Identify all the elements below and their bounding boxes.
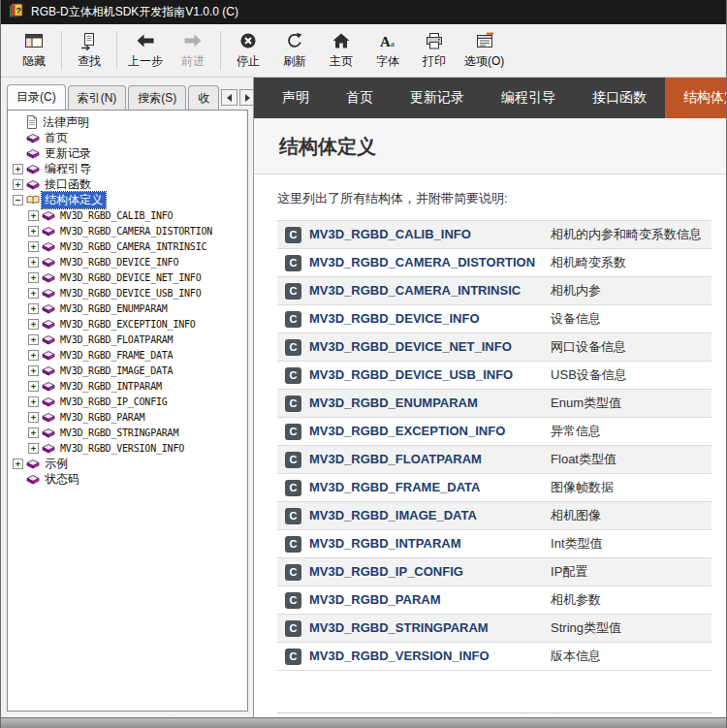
tree-item-label[interactable]: 更新记录 — [42, 145, 94, 162]
tree-item[interactable]: +MV3D_RGBD_CAMERA_INTRINSIC — [10, 238, 247, 254]
tree-item[interactable]: +MV3D_RGBD_STRINGPARAM — [10, 425, 247, 440]
expand-icon[interactable]: + — [28, 288, 39, 299]
tree-item-label[interactable]: MV3D_RGBD_IMAGE_DATA — [57, 365, 175, 376]
tree-item-label[interactable]: MV3D_RGBD_IP_CONFIG — [57, 396, 171, 407]
struct-link[interactable]: MV3D_RGBD_ENUMPARAM — [309, 396, 478, 411]
tree-item-label[interactable]: MV3D_RGBD_CALIB_INFO — [57, 210, 175, 221]
expand-icon[interactable]: + — [28, 226, 39, 237]
struct-link[interactable]: MV3D_RGBD_CAMERA_INTRINSIC — [309, 284, 521, 299]
tree-item-label[interactable]: 结构体定义 — [42, 192, 106, 208]
struct-link[interactable]: MV3D_RGBD_FLOATPARAM — [309, 453, 482, 467]
tree-item-label[interactable]: MV3D_RGBD_ENUMPARAM — [57, 303, 171, 314]
nav-item[interactable]: 结构体定义 — [665, 78, 726, 118]
tree-item[interactable]: +MV3D_RGBD_ENUMPARAM — [10, 301, 247, 316]
back-button[interactable]: 上一步 — [121, 26, 170, 75]
tree-item-label[interactable]: 法律声明 — [40, 114, 92, 131]
tree-item[interactable]: +MV3D_RGBD_EXCEPTION_INFO — [10, 316, 247, 332]
expand-icon[interactable]: + — [13, 179, 23, 190]
tree-item[interactable]: +MV3D_RGBD_INTPARAM — [10, 378, 247, 394]
tree-item[interactable]: +接口函数 — [10, 176, 247, 192]
struct-link[interactable]: MV3D_RGBD_CAMERA_DISTORTION — [309, 256, 535, 270]
tree-item[interactable]: +编程引导 — [10, 161, 247, 176]
tab-search[interactable]: 搜索(S) — [128, 85, 186, 110]
struct-link[interactable]: MV3D_RGBD_CALIB_INFO — [309, 228, 471, 242]
tree-item-label[interactable]: 接口函数 — [42, 176, 94, 193]
struct-link[interactable]: MV3D_RGBD_STRINGPARAM — [309, 621, 489, 636]
struct-link[interactable]: MV3D_RGBD_DEVICE_INFO — [309, 312, 480, 327]
tree-item[interactable]: 更新记录 — [10, 145, 247, 161]
struct-link[interactable]: MV3D_RGBD_DEVICE_USB_INFO — [309, 368, 513, 383]
tree-item-label[interactable]: 首页 — [42, 130, 71, 146]
nav-item[interactable]: 更新记录 — [392, 78, 483, 118]
expand-icon[interactable]: + — [28, 334, 39, 345]
tree-item-label[interactable]: MV3D_RGBD_EXCEPTION_INFO — [57, 319, 199, 330]
expand-icon[interactable]: + — [28, 257, 39, 268]
tree-item-label[interactable]: MV3D_RGBD_DEVICE_NET_INFO — [57, 272, 205, 283]
home-button[interactable]: 主页 — [318, 26, 364, 75]
expand-icon[interactable]: + — [28, 412, 39, 423]
hide-button[interactable]: 隐藏 — [11, 26, 57, 75]
expand-icon[interactable]: + — [28, 350, 39, 361]
tree-item[interactable]: +MV3D_RGBD_PARAM — [10, 409, 247, 425]
struct-link[interactable]: MV3D_RGBD_INTPARAM — [309, 537, 461, 552]
tree-item[interactable]: +MV3D_RGBD_FLOATPARAM — [10, 332, 247, 347]
tree-item[interactable]: +MV3D_RGBD_IP_CONFIG — [10, 394, 247, 409]
expand-icon[interactable]: + — [28, 319, 39, 330]
nav-item[interactable]: 接口函数 — [574, 78, 665, 118]
collapse-icon[interactable]: − — [13, 195, 23, 206]
tab-index[interactable]: 索引(N) — [68, 85, 127, 110]
tree-item[interactable]: 首页 — [10, 130, 247, 145]
tree-item-label[interactable]: 编程引导 — [42, 161, 94, 177]
tree-item-label[interactable]: MV3D_RGBD_PARAM — [57, 412, 147, 423]
expand-icon[interactable]: + — [28, 443, 39, 454]
tree-item[interactable]: +MV3D_RGBD_FRAME_DATA — [10, 347, 247, 363]
tree-item-label[interactable]: 状态码 — [42, 471, 82, 488]
tree-item[interactable]: +MV3D_RGBD_DEVICE_USB_INFO — [10, 285, 247, 301]
tree-item[interactable]: 法律声明 — [10, 114, 247, 130]
tree-item-label[interactable]: MV3D_RGBD_FRAME_DATA — [57, 350, 175, 361]
tree-item-label[interactable]: MV3D_RGBD_VERSION_INFO — [57, 443, 187, 454]
tree-item[interactable]: +示例 — [10, 456, 247, 471]
tree-item[interactable]: −结构体定义 — [10, 192, 247, 207]
expand-icon[interactable]: + — [28, 272, 39, 283]
tree-item-label[interactable]: MV3D_RGBD_INTPARAM — [57, 381, 165, 392]
tree-item-label[interactable]: MV3D_RGBD_DEVICE_USB_INFO — [57, 288, 205, 299]
expand-icon[interactable]: + — [13, 459, 23, 469]
tab-scroll-left-button[interactable] — [221, 89, 237, 106]
tree-item-label[interactable]: MV3D_RGBD_DEVICE_INFO — [57, 257, 181, 268]
tree-item[interactable]: +MV3D_RGBD_CAMERA_DISTORTION — [10, 223, 247, 238]
tree-item[interactable]: +MV3D_RGBD_DEVICE_INFO — [10, 254, 247, 269]
tree-item-label[interactable]: 示例 — [42, 456, 71, 472]
tree-item[interactable]: +MV3D_RGBD_DEVICE_NET_INFO — [10, 269, 247, 285]
tree-item-label[interactable]: MV3D_RGBD_STRINGPARAM — [57, 427, 181, 438]
tree-item-label[interactable]: MV3D_RGBD_CAMERA_INTRINSIC — [57, 241, 209, 252]
nav-item[interactable]: 首页 — [328, 78, 392, 118]
locate-button[interactable]: 查找 — [66, 26, 112, 75]
tree-item-label[interactable]: MV3D_RGBD_FLOATPARAM — [57, 334, 175, 345]
struct-link[interactable]: MV3D_RGBD_EXCEPTION_INFO — [309, 425, 505, 439]
tab-favorites[interactable]: 收 — [188, 85, 219, 110]
tree-item[interactable]: +MV3D_RGBD_CALIB_INFO — [10, 207, 247, 223]
tree-item-label[interactable]: MV3D_RGBD_CAMERA_DISTORTION — [57, 226, 215, 237]
struct-link[interactable]: MV3D_RGBD_FRAME_DATA — [309, 481, 480, 495]
expand-icon[interactable]: + — [28, 303, 39, 314]
struct-link[interactable]: MV3D_RGBD_VERSION_INFO — [309, 649, 490, 664]
struct-link[interactable]: MV3D_RGBD_DEVICE_NET_INFO — [309, 340, 512, 355]
nav-item[interactable]: 编程引导 — [483, 78, 574, 118]
expand-icon[interactable]: + — [28, 381, 39, 392]
struct-link[interactable]: MV3D_RGBD_PARAM — [309, 593, 441, 608]
expand-icon[interactable]: + — [28, 396, 39, 407]
forward-button[interactable]: 前进 — [170, 26, 216, 75]
struct-link[interactable]: MV3D_RGBD_IMAGE_DATA — [309, 509, 477, 523]
options-button[interactable]: 选项(O) — [458, 26, 511, 75]
stop-button[interactable]: 停止 — [225, 26, 271, 75]
font-button[interactable]: Aa字体 — [364, 26, 411, 75]
tab-contents[interactable]: 目录(C) — [7, 84, 66, 110]
expand-icon[interactable]: + — [28, 365, 39, 376]
nav-item[interactable]: 声明 — [264, 78, 328, 118]
expand-icon[interactable]: + — [28, 210, 39, 221]
expand-icon[interactable]: + — [13, 164, 23, 174]
tree-item[interactable]: 状态码 — [10, 471, 247, 487]
refresh-button[interactable]: 刷新 — [271, 26, 318, 75]
expand-icon[interactable]: + — [28, 241, 39, 252]
